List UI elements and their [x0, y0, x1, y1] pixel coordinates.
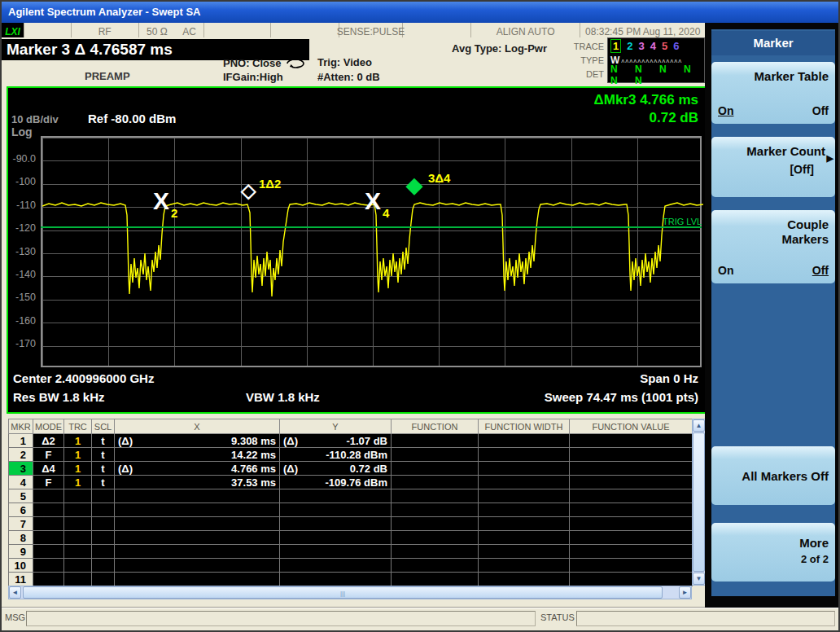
y-cell: [280, 559, 392, 573]
marker-4-glyph[interactable]: X: [365, 189, 381, 213]
function-cell: [392, 462, 479, 476]
table-row[interactable]: 10: [9, 559, 693, 573]
table-row[interactable]: 6: [9, 503, 693, 517]
couple-markers-softkey[interactable]: Couple Markers On Off: [711, 210, 835, 283]
marker-2-label: 2: [171, 207, 177, 219]
marker-1-label: 1Δ2: [259, 178, 281, 190]
softkey-panel: Marker Marker Table On Off Marker Count …: [705, 23, 838, 608]
window-titlebar[interactable]: Agilent Spectrum Analyzer - Swept SA: [2, 2, 838, 23]
atten-indicator: #Atten: 0 dB: [317, 71, 380, 83]
function-width-cell: [479, 448, 570, 462]
y-value: 0.72 dB: [298, 463, 387, 475]
trc-cell: [64, 517, 92, 531]
couple-markers-on-state[interactable]: On: [718, 264, 733, 277]
scroll-up-icon[interactable]: ▲: [693, 419, 705, 432]
mode-cell: Δ2: [33, 434, 64, 448]
function-cell: [392, 517, 479, 531]
marker-table-on-state[interactable]: On: [718, 104, 733, 117]
marker-3-glyph[interactable]: ◆: [406, 174, 422, 195]
x-cell: [115, 503, 280, 517]
trigger-level-line[interactable]: [41, 226, 702, 228]
x-cell: [115, 545, 280, 559]
message-status-bar: MSG STATUS: [2, 608, 838, 629]
y-tick: -170: [15, 338, 36, 349]
marker-count-softkey[interactable]: Marker Count ▶ [Off]: [711, 137, 835, 197]
mkr-cell: 8: [9, 531, 33, 545]
col-header-function-value: FUNCTION VALUE: [570, 419, 693, 434]
trace-row-label: TRACE: [571, 42, 604, 51]
scl-cell: t: [92, 448, 115, 462]
scroll-left-icon[interactable]: ◄: [9, 586, 21, 599]
function-width-cell: [479, 489, 570, 503]
marker-table-off-state[interactable]: Off: [812, 104, 829, 117]
col-header-mode: MODE: [33, 419, 64, 434]
y-cell: -109.76 dBm: [280, 476, 392, 489]
trace-detector-row: N N N N N N: [610, 64, 702, 86]
function-cell: [392, 434, 479, 448]
table-row[interactable]: 4 F 1 t 37.53 ms -109.76 dBm: [9, 476, 693, 489]
y-tick: -90.0: [13, 153, 37, 165]
trace-status-block[interactable]: 1 2 3 4 5 6 W ʌʌʌʌʌʌʌʌʌʌʌʌʌʌʌ N N N N N …: [607, 37, 705, 83]
y-tick: -150: [15, 292, 36, 303]
mode-cell: [33, 489, 64, 503]
avg-type-indicator: Avg Type: Log-Pwr: [452, 42, 547, 55]
x-cell: [115, 531, 280, 545]
impedance-label: 50 Ω: [147, 26, 168, 37]
marker-count-state: [Off]: [790, 163, 814, 176]
table-row[interactable]: 11: [9, 573, 693, 586]
couple-markers-label-line1: Couple: [787, 217, 829, 233]
table-row[interactable]: 9: [9, 545, 693, 559]
y-cell: [280, 503, 392, 517]
table-row[interactable]: 1 Δ2 1 t (Δ)9.308 ms (Δ)-1.07 dB: [9, 434, 693, 448]
function-cell: [392, 489, 479, 503]
couple-markers-off-state[interactable]: Off: [812, 264, 829, 277]
table-row[interactable]: 5: [9, 489, 693, 503]
mkr-cell: 11: [9, 573, 33, 586]
vertical-scroll-thumb[interactable]: [693, 432, 705, 572]
x-delta-prefix: (Δ): [118, 435, 133, 447]
resbw-label: Res BW 1.8 kHz: [13, 390, 105, 404]
app-window: Agilent Spectrum Analyzer - Swept SA LXI…: [0, 0, 840, 632]
function-cell: [392, 545, 479, 559]
y-delta-prefix: (Δ): [283, 463, 298, 475]
function-value-cell: [570, 462, 693, 476]
pno-indicator: PNO: Close: [223, 57, 282, 69]
spectrum-display: 10 dB/div Log Ref -80.00 dBm ΔMkr3 4.766…: [7, 86, 707, 414]
y-cell: [280, 517, 392, 531]
y-tick: -160: [15, 315, 36, 327]
trc-cell: 1: [64, 462, 92, 476]
scroll-down-icon[interactable]: ▼: [693, 573, 705, 585]
msg-label: MSG: [5, 612, 25, 622]
x-cell: [115, 517, 280, 531]
x-cell: (Δ)4.766 ms: [115, 462, 280, 476]
table-row[interactable]: 8: [9, 531, 693, 545]
marker-1-glyph[interactable]: ◇: [241, 181, 256, 200]
y-axis-labels: -90.0 -100 -110 -120 -130 -140 -150 -160…: [10, 88, 37, 415]
marker-3-label: 3Δ4: [428, 172, 450, 184]
table-row[interactable]: 2 F 1 t 14.22 ms -110.28 dBm: [9, 448, 693, 462]
function-width-cell: [479, 476, 570, 489]
marker-2-glyph[interactable]: X: [153, 189, 169, 213]
y-cell: [280, 573, 392, 586]
table-row[interactable]: 7: [9, 517, 693, 531]
y-cell: [280, 531, 392, 545]
marker-table-softkey[interactable]: Marker Table On Off: [711, 62, 835, 124]
all-markers-off-softkey[interactable]: All Markers Off: [711, 446, 835, 505]
mode-cell: [33, 559, 64, 573]
y-tick: -120: [15, 222, 36, 234]
more-softkey[interactable]: More 2 of 2: [711, 523, 835, 582]
x-value: 37.53 ms: [118, 476, 276, 489]
mkr-cell: 7: [9, 517, 33, 531]
table-row-selected[interactable]: 3 Δ4 1 t (Δ)4.766 ms (Δ)0.72 dB: [9, 462, 693, 476]
y-tick: -100: [15, 176, 36, 187]
y-value: -1.07 dB: [298, 435, 387, 447]
scroll-right-icon[interactable]: ►: [679, 586, 691, 599]
ifgain-indicator: IFGain:High: [223, 71, 283, 83]
more-label: More: [799, 536, 829, 551]
horizontal-scroll-thumb[interactable]: |||: [23, 586, 663, 599]
x-cell: 37.53 ms: [115, 476, 280, 489]
table-horizontal-scrollbar[interactable]: ◄ ||| ►: [8, 586, 692, 599]
marker-table-softkey-label: Marker Table: [755, 69, 829, 85]
table-vertical-scrollbar[interactable]: ▲ ▼: [692, 419, 706, 586]
mkr-cell: 4: [9, 476, 33, 489]
